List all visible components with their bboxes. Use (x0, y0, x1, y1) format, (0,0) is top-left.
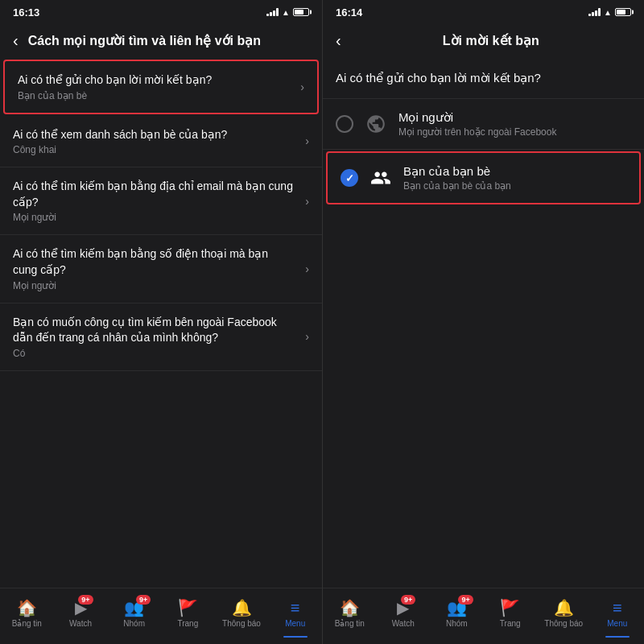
settings-item-1-subtitle: Công khai (13, 144, 295, 155)
option-friends-subtitle: Bạn của bạn bè của bạn (403, 180, 511, 192)
settings-item-1[interactable]: Ai có thể xem danh sách bạn bè của bạn? … (0, 116, 322, 168)
nav-label-pages-left: Trang (177, 619, 198, 628)
nav-label-menu-left: Menu (285, 619, 305, 628)
active-indicator-right (605, 636, 630, 638)
chevron-icon-0: › (300, 80, 304, 93)
nav-item-home-left[interactable]: 🏠 Bảng tin (0, 588, 54, 638)
wifi-icon-right: ▲ (604, 8, 612, 17)
globe-icon (363, 111, 389, 137)
friends-icon (368, 165, 394, 191)
bottom-nav-right: 🏠 Bảng tin ▶ 9+ Watch 👥 9+ Nhóm 🚩 Trang … (323, 588, 644, 644)
settings-item-4-text: Bạn có muốn công cụ tìm kiếm bên ngoài F… (13, 315, 305, 359)
section-question: Ai có thể gửi cho bạn lời mời kết bạn? (323, 58, 644, 99)
pages-icon-right: 🚩 (500, 598, 520, 617)
nav-item-menu-right[interactable]: ≡ Menu (591, 588, 645, 638)
settings-item-3-subtitle: Mọi người (13, 280, 295, 291)
settings-item-4-subtitle: Có (13, 348, 295, 359)
groups-badge-right: 9+ (458, 595, 473, 605)
groups-icon-right: 👥 9+ (447, 598, 467, 617)
screen-left: 16:13 ▲ ‹ Cách mọi người tìm và liên hệ … (0, 0, 322, 644)
nav-item-watch-right[interactable]: ▶ 9+ Watch (377, 588, 431, 638)
nav-item-notifications-left[interactable]: 🔔 Thông báo (215, 588, 269, 638)
home-icon-right: 🏠 (340, 598, 360, 617)
nav-label-pages-right: Trang (500, 619, 521, 628)
settings-list-left: Ai có thể gửi cho bạn lời mời kết bạn? B… (0, 58, 322, 588)
option-everyone-subtitle: Mọi người trên hoặc ngoài Facebook (398, 126, 556, 138)
nav-label-watch-right: Watch (392, 619, 415, 628)
chevron-icon-2: › (305, 195, 309, 208)
settings-item-2-title: Ai có thể tìm kiếm bạn bằng địa chỉ emai… (13, 179, 295, 210)
nav-item-notifications-right[interactable]: 🔔 Thông báo (537, 588, 591, 638)
active-indicator-left (283, 636, 308, 638)
status-time-right: 16:14 (336, 6, 362, 19)
settings-item-1-title: Ai có thể xem danh sách bạn bè của bạn? (13, 127, 295, 143)
groups-badge-left: 9+ (136, 595, 151, 605)
settings-item-3-text: Ai có thể tìm kiếm bạn bằng số điện thoạ… (13, 246, 305, 291)
nav-item-groups-left[interactable]: 👥 9+ Nhóm (107, 588, 161, 638)
radio-everyone (336, 115, 353, 133)
notifications-icon-right: 🔔 (554, 598, 574, 617)
settings-item-2-subtitle: Mọi người (13, 212, 295, 223)
back-button-left[interactable]: ‹ (13, 31, 19, 50)
battery-icon-left (293, 8, 309, 16)
chevron-icon-3: › (305, 262, 309, 275)
option-friends-text: Bạn của bạn bè Bạn của bạn bè của bạn (403, 164, 511, 192)
option-everyone-title: Mọi người (398, 110, 556, 125)
nav-label-notifications-right: Thông báo (544, 619, 583, 628)
status-bar-left: 16:13 ▲ (0, 0, 322, 23)
settings-item-0[interactable]: Ai có thể gửi cho bạn lời mời kết bạn? B… (3, 60, 319, 114)
settings-item-3-title: Ai có thể tìm kiếm bạn bằng số điện thoạ… (13, 246, 295, 278)
screen-right: 16:14 ▲ ‹ Lời mời kết bạn Ai có thể gửi … (322, 0, 644, 644)
nav-item-home-right[interactable]: 🏠 Bảng tin (323, 588, 377, 638)
settings-item-4-title: Bạn có muốn công cụ tìm kiếm bên ngoài F… (13, 315, 295, 346)
watch-badge-right: 9+ (401, 595, 415, 605)
status-icons-right: ▲ (588, 8, 631, 17)
nav-label-home-left: Bảng tin (12, 619, 42, 628)
menu-icon-right: ≡ (613, 599, 622, 617)
settings-item-3[interactable]: Ai có thể tìm kiếm bạn bằng số điện thoạ… (0, 235, 322, 303)
watch-icon-left: ▶ 9+ (75, 598, 87, 617)
nav-item-pages-right[interactable]: 🚩 Trang (484, 588, 538, 638)
chevron-icon-1: › (305, 134, 309, 147)
status-icons-left: ▲ (266, 8, 309, 17)
signal-icon-right (588, 8, 601, 16)
nav-item-watch-left[interactable]: ▶ 9+ Watch (54, 588, 108, 638)
option-everyone-text: Mọi người Mọi người trên hoặc ngoài Face… (398, 110, 556, 138)
signal-icon-left (266, 8, 279, 16)
watch-icon-right: ▶ 9+ (397, 598, 409, 617)
back-button-right[interactable]: ‹ (336, 31, 341, 50)
home-icon-left: 🏠 (17, 598, 37, 617)
options-list: Mọi người Mọi người trên hoặc ngoài Face… (323, 99, 644, 588)
nav-label-menu-right: Menu (607, 619, 627, 628)
nav-item-pages-left[interactable]: 🚩 Trang (161, 588, 215, 638)
settings-item-1-text: Ai có thể xem danh sách bạn bè của bạn? … (13, 127, 305, 156)
radio-friends-of-friends (341, 169, 358, 187)
nav-label-home-right: Bảng tin (335, 619, 365, 628)
groups-icon-left: 👥 9+ (124, 598, 144, 617)
nav-label-watch-left: Watch (69, 619, 92, 628)
nav-label-groups-left: Nhóm (123, 619, 145, 628)
header-right: ‹ Lời mời kết bạn (323, 23, 644, 58)
nav-label-groups-right: Nhóm (446, 619, 468, 628)
notifications-icon-left: 🔔 (232, 598, 252, 617)
header-title-left: Cách mọi người tìm và liên hệ với bạn (28, 33, 309, 48)
settings-item-4[interactable]: Bạn có muốn công cụ tìm kiếm bên ngoài F… (0, 303, 322, 371)
wifi-icon-left: ▲ (282, 8, 290, 17)
nav-label-notifications-left: Thông báo (222, 619, 261, 628)
option-friends-of-friends[interactable]: Bạn của bạn bè Bạn của bạn bè của bạn (326, 151, 641, 204)
nav-item-menu-left[interactable]: ≡ Menu (268, 588, 322, 638)
battery-icon-right (615, 8, 631, 16)
status-time-left: 16:13 (13, 6, 39, 19)
settings-item-2-text: Ai có thể tìm kiếm bạn bằng địa chỉ emai… (13, 179, 305, 223)
watch-badge-left: 9+ (78, 595, 93, 605)
header-title-right: Lời mời kết bạn (351, 33, 631, 48)
option-everyone[interactable]: Mọi người Mọi người trên hoặc ngoài Face… (323, 99, 644, 150)
settings-item-2[interactable]: Ai có thể tìm kiếm bạn bằng địa chỉ emai… (0, 167, 322, 235)
settings-item-0-subtitle: Bạn của bạn bè (18, 90, 291, 101)
menu-icon-left: ≡ (291, 599, 300, 617)
nav-item-groups-right[interactable]: 👥 9+ Nhóm (430, 588, 484, 638)
pages-icon-left: 🚩 (178, 598, 198, 617)
settings-item-0-text: Ai có thể gửi cho bạn lời mời kết bạn? B… (18, 72, 300, 101)
chevron-icon-4: › (305, 330, 309, 343)
bottom-nav-left: 🏠 Bảng tin ▶ 9+ Watch 👥 9+ Nhóm 🚩 Trang … (0, 588, 322, 644)
